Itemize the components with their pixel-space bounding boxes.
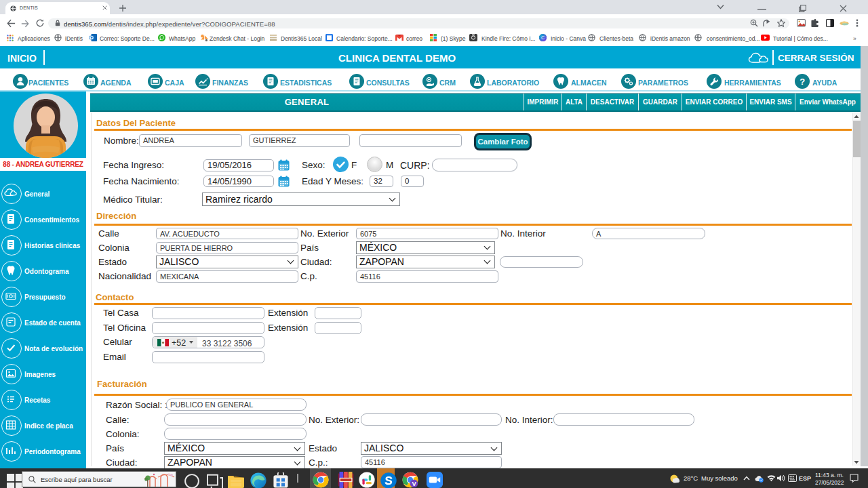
svg-text:V: V bbox=[412, 480, 416, 487]
svg-text:C: C bbox=[541, 35, 545, 40]
svg-text:?: ? bbox=[800, 77, 805, 87]
